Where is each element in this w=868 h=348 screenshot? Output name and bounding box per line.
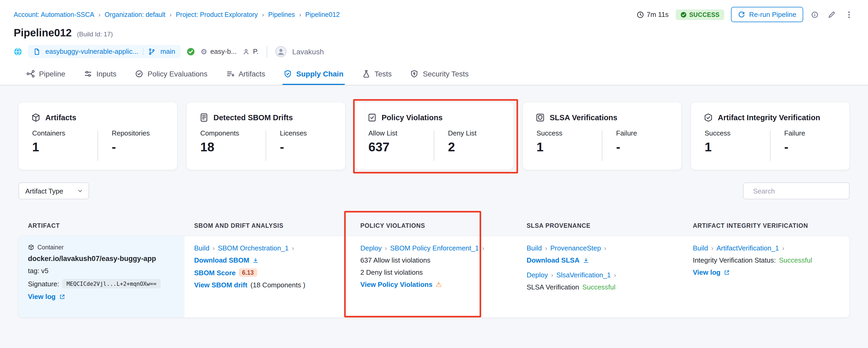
tab-pipeline[interactable]: Pipeline	[25, 65, 66, 85]
stat-value: 1	[705, 140, 770, 154]
slsa-stage2-link[interactable]: Deploy	[526, 271, 548, 279]
integrity-status-label: Integrity Verification Status:	[693, 256, 776, 264]
signature-label: Signature:	[28, 280, 59, 288]
tab-policy-evaluations[interactable]: Policy Evaluations	[134, 65, 209, 85]
more-options-button[interactable]	[844, 9, 854, 20]
edit-button[interactable]	[826, 9, 837, 20]
breadcrumb-account[interactable]: Account: Automation-SSCA	[14, 11, 94, 18]
search-box	[743, 182, 849, 199]
info-button[interactable]	[810, 10, 819, 19]
tab-label: Supply Chain	[296, 69, 343, 78]
chevron-separator: ›	[545, 244, 547, 252]
view-log-label: View log	[28, 293, 56, 300]
stat-value: 2	[448, 140, 513, 154]
sbom-step-breadcrumb: Build › SBOM Orchestration_1 ›	[194, 244, 342, 252]
breadcrumb-project[interactable]: Project: Product Exploratory	[176, 11, 258, 18]
rerun-pipeline-button[interactable]: Re-run Pipeline	[731, 7, 803, 22]
th-artifact-integrity: ARTIFACT INTEGRITY VERIFICATION	[683, 223, 849, 229]
integrity-step-link[interactable]: ArtifactVerification_1	[716, 244, 779, 252]
stat-allow-list: Allow List 637	[355, 129, 434, 161]
rerun-pipeline-label: Re-run Pipeline	[749, 10, 796, 19]
flask-icon	[362, 69, 370, 78]
chevron-separator: ›	[482, 244, 484, 252]
card-title: SLSA Verifications	[550, 113, 617, 122]
tab-artifacts[interactable]: Artifacts	[225, 65, 266, 85]
card-title: Artifacts	[45, 113, 76, 122]
slsa-verification-status: Successful	[582, 283, 616, 291]
warning-icon: ⚠	[436, 281, 442, 288]
tab-tests[interactable]: Tests	[361, 65, 393, 85]
chevron-separator: ›	[213, 244, 215, 252]
tab-label: Pipeline	[39, 69, 65, 78]
th-artifact: ARTIFACT	[19, 223, 185, 229]
artifact-type-chip: Container	[28, 244, 175, 251]
card-title: Artifact Integrity Verification	[718, 113, 820, 122]
success-check-icon	[680, 11, 686, 18]
slsa-step2-link[interactable]: SlsaVerification_1	[556, 271, 611, 279]
stat-repositories: Repositories -	[98, 129, 177, 161]
view-sbom-drift-link[interactable]: View SBOM drift	[194, 281, 247, 289]
download-slsa-link[interactable]: Download SLSA	[526, 256, 674, 264]
stat-slsa-failure: Failure -	[602, 129, 681, 161]
integrity-status: Successful	[779, 256, 812, 264]
artifact-tag: tag: v5	[28, 267, 175, 275]
slsa-stage1-link[interactable]: Build	[526, 244, 542, 252]
status-text: SUCCESS	[689, 11, 719, 18]
artifact-view-log-link[interactable]: View log	[28, 293, 175, 300]
topbar: Account: Automation-SSCA › Organization:…	[0, 0, 868, 22]
stat-containers: Containers 1	[19, 129, 97, 161]
slsa-step1-link[interactable]: ProvenanceStep	[550, 244, 601, 252]
view-policy-violations-row: View Policy Violations ⚠	[361, 281, 508, 288]
ci-success-icon	[186, 47, 195, 56]
integrity-step-breadcrumb: Build › ArtifactVerification_1 ›	[693, 244, 840, 252]
breadcrumb-separator: ›	[299, 11, 301, 18]
artifact-signature-row: Signature: MEQCICde2Vjl...L+2+mqnOXw==	[28, 279, 175, 288]
stat-value: 637	[368, 140, 434, 154]
tab-label: Inputs	[96, 69, 117, 78]
policy-violations-cell: Deploy › SBOM Policy Enforcement_1 › 637…	[351, 236, 517, 317]
integrity-status-row: Integrity Verification Status: Successfu…	[693, 256, 840, 264]
sbom-stage-link[interactable]: Build	[194, 244, 210, 252]
sbom-score-row: SBOM Score 6.13	[194, 268, 342, 277]
th-policy-violations: POLICY VIOLATIONS	[351, 223, 517, 229]
search-input[interactable]	[753, 187, 846, 195]
external-link-icon	[723, 269, 730, 276]
stat-label: Repositories	[112, 129, 177, 137]
policy-step-link[interactable]: SBOM Policy Enforcement_1	[390, 244, 479, 252]
repo-branch-pill[interactable]: easybuggy-vulnerable-applic... main	[28, 45, 181, 58]
sbom-score-link[interactable]: SBOM Score	[194, 269, 236, 277]
sbom-step-link[interactable]: SBOM Orchestration_1	[218, 244, 289, 252]
external-link-icon	[59, 293, 65, 300]
page-title: Pipeline012	[14, 27, 72, 39]
table-row: Container docker.io/lavakush07/easy-bugg…	[19, 236, 849, 317]
breadcrumb-pipelines[interactable]: Pipelines	[268, 11, 295, 18]
tab-security-tests[interactable]: Security Tests	[409, 65, 470, 85]
stat-value: -	[616, 140, 681, 154]
signature-value[interactable]: MEQCICde2Vjl...L+2+mqnOXw==	[62, 279, 161, 288]
artifact-cell: Container docker.io/lavakush07/easy-bugg…	[19, 236, 185, 317]
chevron-separator: ›	[385, 244, 387, 252]
tab-inputs[interactable]: Inputs	[83, 65, 118, 85]
view-policy-violations-link[interactable]: View Policy Violations	[361, 281, 433, 288]
integrity-stage-link[interactable]: Build	[693, 244, 708, 252]
stat-value: -	[112, 140, 177, 154]
tab-supply-chain[interactable]: Supply Chain	[282, 65, 344, 85]
meta-divider	[267, 46, 267, 57]
breadcrumb-organization[interactable]: Organization: default	[104, 11, 165, 18]
artifact-type-select[interactable]: Artifact Type	[19, 182, 89, 199]
breadcrumb-pipeline012[interactable]: Pipeline012	[305, 11, 340, 18]
integrity-view-log-link[interactable]: View log	[693, 268, 840, 276]
card-sbom-drifts: Detected SBOM Drifts Components 18 Licen…	[187, 102, 345, 170]
supply-chain-content: Artifacts Containers 1 Repositories -	[0, 85, 868, 348]
slsa-provenance-cell: Build › ProvenanceStep › Download SLSA D…	[517, 236, 683, 317]
download-sbom-link[interactable]: Download SBOM	[194, 256, 342, 264]
download-icon	[252, 257, 259, 263]
stat-value: 1	[32, 140, 97, 154]
policy-stage-link[interactable]: Deploy	[361, 244, 382, 252]
allow-list-violations: 637 Allow list violations	[361, 256, 508, 264]
sbom-score-badge: 6.13	[239, 268, 257, 277]
breadcrumb-separator: ›	[170, 11, 172, 18]
artifact-image-name: docker.io/lavakush07/easy-buggy-app	[28, 255, 175, 263]
repo-name: easybuggy-vulnerable-applic...	[45, 48, 138, 55]
git-branch-icon	[148, 48, 156, 55]
